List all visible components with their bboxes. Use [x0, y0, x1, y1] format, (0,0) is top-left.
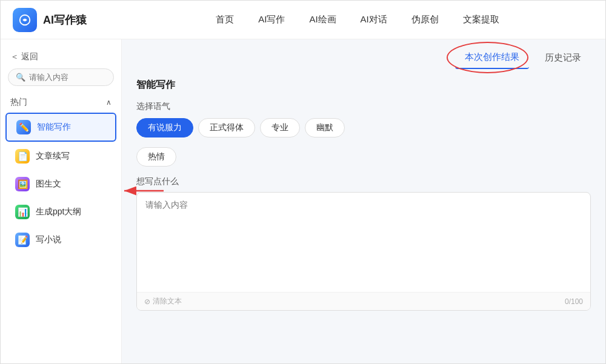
write-label: 想写点什么: [136, 176, 591, 187]
search-icon: 🔍: [16, 73, 25, 82]
nav-ai-chat[interactable]: AI对话: [361, 14, 387, 25]
nav-home[interactable]: 首页: [216, 14, 234, 25]
nav-ai-write[interactable]: AI写作: [258, 14, 285, 25]
sidebar-item-ppt-outline[interactable]: 📊 生成ppt大纲: [5, 199, 116, 225]
header: AI写作猿 首页 AI写作 AI绘画 AI对话 伪原创 文案提取: [1, 1, 605, 39]
main-layout: ＜ 返回 🔍 热门 ∧ ✏️ 智能写作 📄 文章续写 🖼️ 图生文 📊 生成pp…: [1, 39, 605, 364]
write-textarea[interactable]: [137, 193, 590, 290]
form-section-title: 智能写作: [136, 79, 591, 91]
section-title-hot: 热门 ∧: [1, 94, 121, 113]
sidebar-search-box[interactable]: 🔍: [8, 68, 114, 86]
chevron-up-icon: ∧: [106, 98, 112, 107]
sidebar: ＜ 返回 🔍 热门 ∧ ✏️ 智能写作 📄 文章续写 🖼️ 图生文 📊 生成pp…: [1, 39, 122, 364]
textarea-footer: ⊘ 清除文本 0/100: [137, 292, 590, 310]
nav-copywriting[interactable]: 文案提取: [463, 14, 499, 25]
char-count: 0/100: [565, 297, 583, 306]
clear-icon: ⊘: [144, 297, 150, 306]
nav-ai-draw[interactable]: AI绘画: [309, 14, 336, 25]
logo-icon: [13, 8, 37, 32]
tab-history[interactable]: 历史记录: [535, 47, 591, 68]
logo-area: AI写作猿: [13, 8, 122, 32]
tone-btn-persuasive[interactable]: 有说服力: [136, 118, 193, 137]
search-input[interactable]: [29, 73, 106, 82]
tab-highlight-container: 本次创作结果: [455, 47, 529, 69]
form-content: 智能写作 选择语气 有说服力 正式得体 专业 幽默 热情 想写点什么 ⊘ 清除文…: [122, 69, 605, 364]
content-tabs: 本次创作结果 历史记录: [122, 39, 605, 69]
sidebar-item-write-novel[interactable]: 📝 写小说: [5, 227, 116, 253]
write-novel-icon: 📝: [15, 233, 30, 247]
image-to-text-icon: 🖼️: [15, 177, 30, 191]
back-button[interactable]: ＜ 返回: [1, 48, 121, 68]
tone-btn-passionate[interactable]: 热情: [136, 147, 176, 167]
tone-row-2: 热情: [136, 147, 591, 167]
nav-plagiarism[interactable]: 伪原创: [411, 14, 439, 25]
logo-text: AI写作猿: [43, 13, 87, 27]
tone-label: 选择语气: [136, 101, 591, 112]
smart-write-icon: ✏️: [16, 120, 31, 134]
top-nav: 首页 AI写作 AI绘画 AI对话 伪原创 文案提取: [122, 14, 593, 25]
content-area: 本次创作结果 历史记录 智能写作 选择语气 有说服力 正式得体 专业 幽默 热情…: [122, 39, 605, 364]
tone-buttons-group: 有说服力 正式得体 专业 幽默: [136, 118, 591, 137]
sidebar-item-image-to-text[interactable]: 🖼️ 图生文: [5, 171, 116, 197]
sidebar-item-continue-write[interactable]: 📄 文章续写: [5, 143, 116, 170]
tone-btn-formal[interactable]: 正式得体: [198, 118, 255, 137]
textarea-wrapper: ⊘ 清除文本 0/100: [136, 192, 591, 311]
tab-current-result[interactable]: 本次创作结果: [455, 47, 529, 69]
tone-btn-professional[interactable]: 专业: [260, 118, 300, 137]
sidebar-item-smart-write[interactable]: ✏️ 智能写作: [5, 113, 116, 142]
ppt-outline-icon: 📊: [15, 205, 30, 219]
chevron-left-icon: ＜: [10, 51, 19, 62]
tone-btn-humorous[interactable]: 幽默: [305, 118, 345, 137]
clear-text-button[interactable]: ⊘ 清除文本: [144, 296, 182, 306]
continue-write-icon: 📄: [15, 149, 30, 164]
